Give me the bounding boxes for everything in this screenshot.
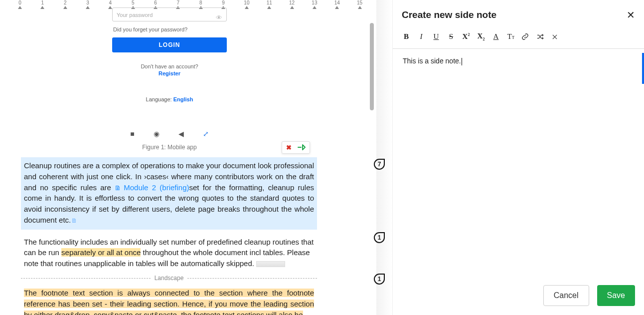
close-icon[interactable]: ✕	[627, 9, 635, 21]
ruler-tick-13: 13	[312, 0, 317, 9]
separator-line-right	[187, 278, 317, 279]
document-body[interactable]: Cleanup routines are a complex of operat…	[21, 157, 317, 315]
paragraph-2[interactable]: The functionality includes an individual…	[21, 237, 317, 269]
text-layer-icon: 🗎	[71, 217, 77, 224]
inline-thumbnail	[256, 261, 285, 267]
reject-icon[interactable]: ✖	[286, 144, 292, 151]
ruler-tick-1: 1	[40, 0, 44, 9]
paragraph-3-highlighted[interactable]: The footnote text section is always conn…	[21, 288, 317, 315]
side-note-editor[interactable]: This is a side note.	[402, 49, 635, 276]
ruler-tick-11: 11	[267, 0, 272, 9]
ruler-tick-0: 0	[18, 0, 22, 9]
language-row: Language: English	[112, 96, 227, 102]
underline-button[interactable]: U	[432, 32, 441, 41]
inline-document-link[interactable]: Module 2 (briefing)	[124, 183, 189, 192]
no-account-text: Don't have an account?	[112, 63, 227, 69]
stop-icon[interactable]: ■	[130, 130, 134, 138]
floating-section-toolbar[interactable]: ✖	[282, 141, 310, 154]
font-size-button[interactable]: TT	[506, 32, 515, 41]
text-cursor	[462, 58, 462, 65]
cancel-button[interactable]: Cancel	[543, 285, 589, 306]
password-field-mock: Your password 👁	[112, 7, 227, 21]
eye-icon: 👁	[216, 11, 222, 25]
register-link-mock: Register	[112, 70, 227, 76]
p2-highlight: separately or all at once	[61, 248, 141, 257]
login-button-mock: LOGIN	[112, 37, 227, 52]
ruler-tick-15: 15	[357, 0, 362, 9]
side-panel-title: Create new side note	[402, 9, 496, 20]
shuffle-button[interactable]	[536, 33, 545, 40]
subscript-button[interactable]: X2	[477, 32, 485, 41]
record-icon[interactable]: ◉	[154, 130, 160, 138]
language-label: Language:	[146, 96, 173, 102]
ruler-tick-3: 3	[86, 0, 90, 9]
ruler-tick-14: 14	[334, 0, 340, 9]
formatting-toolbar: B I U S X2 X2 A TT	[402, 32, 635, 48]
ruler-tick-2: 2	[63, 0, 67, 9]
clear-format-button[interactable]	[551, 33, 560, 40]
side-note-panel: Create new side note ✕ B I U S X2 X2 A T…	[392, 0, 644, 315]
document-canvas: 0123456789101112131415 Your password 👁 D…	[0, 0, 376, 315]
expand-icon[interactable]: ⤢	[203, 130, 209, 138]
forgot-password-text: Did you forget your password?	[112, 26, 227, 32]
p3-text: The footnote text section is always conn…	[24, 289, 314, 315]
save-button[interactable]: Save	[597, 285, 635, 306]
ruler-tick-12: 12	[289, 0, 295, 9]
strikethrough-button[interactable]: S	[447, 32, 456, 41]
side-panel-header: Create new side note ✕	[402, 9, 635, 21]
figure-caption: Figure 1: Mobile app	[112, 144, 227, 151]
bold-button[interactable]: B	[402, 32, 411, 41]
side-panel-footer: Cancel Save	[402, 276, 635, 315]
language-value: English	[173, 96, 193, 102]
separator-line-left	[21, 278, 151, 279]
orientation-separator: Landscape	[21, 274, 317, 283]
embedded-mobile-mock: Your password 👁 Did you forget your pass…	[112, 7, 227, 151]
ruler-tick-10: 10	[244, 0, 249, 9]
scrollbar-thumb[interactable]	[370, 23, 374, 110]
editor-accent-bar	[642, 53, 644, 84]
editor-content: This is a side note.	[403, 57, 461, 65]
accept-icon[interactable]	[298, 144, 306, 151]
italic-button[interactable]: I	[417, 32, 426, 41]
document-link-icon: 🗎	[115, 184, 123, 192]
media-controls: ■ ◉ ◀ ⤢	[112, 130, 227, 138]
panel-divider-shadow	[376, 0, 392, 315]
password-placeholder: Your password	[117, 12, 153, 18]
paragraph-1-highlighted[interactable]: Cleanup routines are a complex of operat…	[21, 157, 317, 230]
separator-label: Landscape	[155, 274, 184, 283]
font-color-button[interactable]: A	[491, 32, 500, 41]
rewind-icon[interactable]: ◀	[178, 130, 184, 138]
superscript-button[interactable]: X2	[462, 32, 471, 41]
link-button[interactable]	[521, 33, 530, 40]
